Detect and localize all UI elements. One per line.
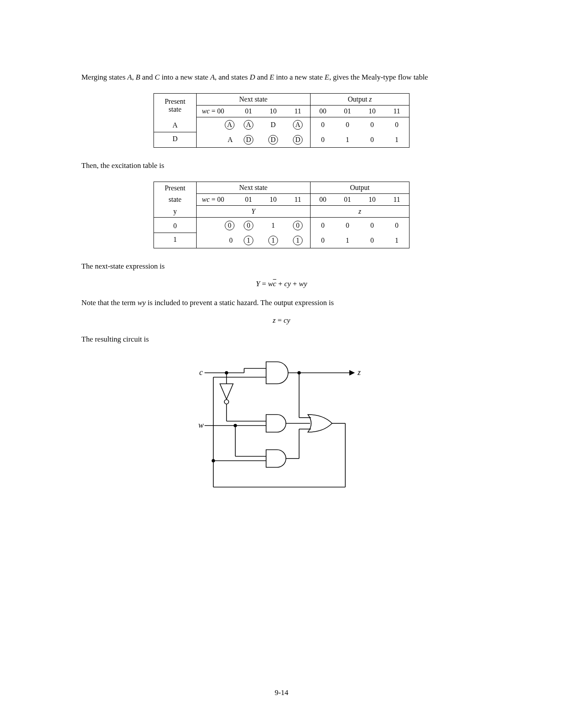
svg-point-15 <box>298 371 300 374</box>
text: into a new state <box>274 73 325 81</box>
cell: A <box>293 120 303 130</box>
cell: 0 <box>335 117 360 132</box>
cell: D <box>268 135 278 145</box>
eq-term-cbar: c <box>273 280 277 288</box>
cell: 0 <box>311 132 336 148</box>
flow-table: Present state Next state Output z wc = 0… <box>154 93 409 148</box>
cell: 0 <box>360 117 384 132</box>
header-nextstate: Next state <box>197 182 311 194</box>
col-01: 01 <box>236 105 261 117</box>
header-present: Present <box>154 182 197 194</box>
col-10: 10 <box>261 105 285 117</box>
circuit-diagram: c z w <box>183 355 380 500</box>
header-output: Output <box>311 182 409 194</box>
cell: 0 <box>293 221 303 230</box>
ocol-11: 11 <box>384 194 409 206</box>
ocol-00: 00 <box>311 194 336 206</box>
excitation-table: Present Next state Output state wc = 00 … <box>154 182 409 248</box>
state-A2: A <box>210 73 215 81</box>
table-row: A A A D A 0 0 0 0 <box>154 117 409 132</box>
ocol-10: 10 <box>360 105 384 117</box>
table-row: 1 0 1 1 1 0 1 0 1 <box>154 233 409 248</box>
cell: 0 <box>384 117 409 132</box>
svg-point-2 <box>225 371 228 374</box>
header-state: state <box>154 194 197 206</box>
label-w: w <box>198 421 204 430</box>
header-outputz: Output z <box>311 93 409 105</box>
ocol-00: 00 <box>311 105 336 117</box>
text: , and states <box>215 73 249 81</box>
term-wy: wy <box>137 298 146 307</box>
cell: D <box>271 121 276 128</box>
eq-term: wy <box>299 280 307 288</box>
text: into a new state <box>160 73 210 81</box>
col-10: 10 <box>261 194 285 206</box>
header-present: Present <box>157 98 193 106</box>
text: is included to prevent a static hazard. … <box>146 298 333 307</box>
row-label-A: A <box>154 117 197 132</box>
equation-Y: Y = wc + cy + wy <box>81 280 482 288</box>
cell: 0 <box>360 132 384 148</box>
eq-rhs: cy <box>284 316 290 324</box>
text: Merging states <box>81 73 128 81</box>
state-C: C <box>155 73 160 81</box>
cell: 0 <box>335 218 360 233</box>
cell: A <box>244 120 253 130</box>
cell: 1 <box>384 233 409 248</box>
header-capY: Y <box>252 207 256 215</box>
state-D: D <box>250 73 255 81</box>
eq-lhs: Y <box>256 280 260 288</box>
cell: 0 <box>384 218 409 233</box>
cell: 1 <box>335 132 360 148</box>
cell: 0 <box>311 218 336 233</box>
cell: 1 <box>271 222 275 229</box>
text: and <box>255 73 270 81</box>
eq00: = 00 <box>210 196 224 203</box>
ocol-10: 10 <box>360 194 384 206</box>
label-c: c <box>199 368 203 377</box>
cell: 1 <box>384 132 409 148</box>
cell: 1 <box>244 236 253 245</box>
wc-label: wc <box>202 196 210 203</box>
cell: 0 <box>225 221 234 230</box>
cell: 1 <box>293 236 303 245</box>
svg-point-3 <box>224 400 229 404</box>
ocol-01: 01 <box>335 194 360 206</box>
eq-term: cy <box>284 280 291 288</box>
intro-paragraph: Merging states A, B and C into a new sta… <box>81 73 482 83</box>
cell: A <box>227 136 233 143</box>
header-state: state <box>157 106 193 113</box>
row-label-0: 0 <box>154 218 197 233</box>
col-11: 11 <box>285 105 311 117</box>
cell: 0 <box>229 237 233 244</box>
cell: 0 <box>311 233 336 248</box>
eq-lhs: z <box>273 316 276 324</box>
text: Note that the term <box>81 298 137 307</box>
eq-term: w <box>268 280 273 288</box>
cell: 0 <box>360 218 384 233</box>
state-A: A <box>128 73 132 81</box>
eq-eq: = <box>276 316 284 324</box>
equation-z: z = cy <box>81 316 482 325</box>
wc-label: wc <box>202 107 210 115</box>
header-y: y <box>154 206 197 218</box>
cell: A <box>225 120 234 130</box>
para-circuit: The resulting circuit is <box>81 335 482 345</box>
cell: 0 <box>244 221 253 230</box>
eq-eq: = <box>260 280 268 288</box>
eq-plus: + <box>291 280 299 288</box>
para-excitation: Then, the excitation table is <box>81 161 482 171</box>
para-hazard: Note that the term wy is included to pre… <box>81 298 482 308</box>
text: , gives the Mealy-type flow table <box>329 73 428 81</box>
row-label-D: D <box>154 132 197 148</box>
cell: 0 <box>360 233 384 248</box>
cell: 0 <box>311 117 336 132</box>
eq-plus: + <box>276 280 284 288</box>
label-z: z <box>357 368 361 377</box>
table-row: 0 0 0 1 0 0 0 0 0 <box>154 218 409 233</box>
col-11: 11 <box>285 194 311 206</box>
state-B: B <box>135 73 140 81</box>
header-nextstate: Next state <box>197 93 311 105</box>
row-label-1: 1 <box>154 233 197 248</box>
table-row: D A D D D 0 1 0 1 <box>154 132 409 148</box>
